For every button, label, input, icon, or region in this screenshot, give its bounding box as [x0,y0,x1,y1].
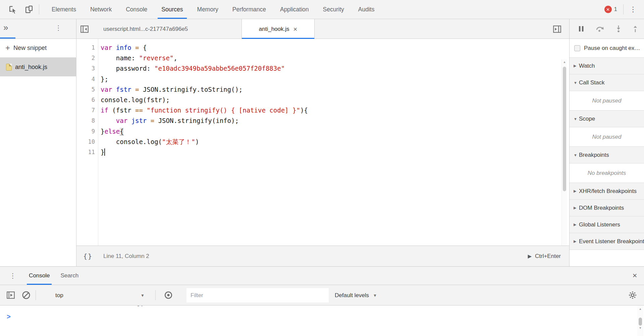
code-token: ) [195,138,199,145]
scrollbar-thumb[interactable] [639,318,642,326]
line-number[interactable]: 6 [76,95,95,105]
step-into-icon[interactable] [616,25,621,32]
toggle-navigator-icon[interactable] [80,24,89,34]
section-label: Call Stack [579,79,605,86]
section-label: DOM Breakpoints [579,205,624,211]
chevron-down-icon: ▼ [373,293,377,298]
code-line[interactable]: if (fstr == "function stringify() { [nat… [101,105,559,116]
line-number[interactable]: 2 [76,53,95,63]
close-tab-icon[interactable]: × [293,26,298,32]
section-header-scope[interactable]: ▼Scope [570,111,644,127]
top-tab-audits[interactable]: Audits [351,0,382,19]
top-tab-label: Audits [358,6,375,13]
console-drawer: ⋮ ConsoleSearch ✕ top ▼ [0,266,644,336]
top-tab-label: Network [90,6,112,13]
snippet-list-item[interactable]: anti_hook.js [0,58,76,76]
pause-script-icon[interactable] [578,25,584,32]
line-number[interactable]: 3 [76,63,95,74]
code-line[interactable]: } [101,147,559,157]
drawer-menu-icon[interactable]: ⋮ [0,272,23,280]
section-header-xhr-fetch-breakpoints[interactable]: ▶XHR/fetch Breakpoints [570,183,644,200]
top-tab-network[interactable]: Network [83,0,119,19]
log-levels-selector[interactable]: Default levels ▼ [335,285,377,306]
code-content[interactable]: var info = { name: "reverse", password: … [101,43,559,157]
scroll-down-icon[interactable]: ▼ [637,326,643,330]
console-filter-input[interactable] [186,288,329,303]
code-line[interactable]: password: "e10adc3949ba59abbe56e057f20f8… [101,63,559,74]
show-console-sidebar-icon[interactable] [6,290,15,300]
line-number[interactable]: 4 [76,74,95,84]
scroll-up-icon[interactable]: ▲ [637,307,643,311]
code-line[interactable]: }; [101,74,559,84]
device-toolbar-icon[interactable] [24,4,34,14]
editor-status-bar: {} Line 11, Column 2 ▶ Ctrl+Enter [76,246,569,266]
inspect-element-icon[interactable] [8,4,18,14]
code-line[interactable]: console.log(fstr); [101,95,559,105]
step-over-icon[interactable] [596,25,604,32]
top-tab-security[interactable]: Security [316,0,351,19]
live-expression-eye-icon[interactable] [164,290,173,300]
section-header-event-listener-breakpoints[interactable]: ▶Event Listener Breakpoints [570,233,644,250]
context-value: top [55,292,63,299]
devtools-menu-icon[interactable]: ⋮ [626,5,641,13]
code-token: = [151,117,154,124]
top-tab-console[interactable]: Console [119,0,154,19]
section-header-global-listeners[interactable]: ▶Global Listeners [570,216,644,233]
line-number-gutter[interactable]: 1234567891011 [76,43,95,157]
pause-on-caught-row[interactable]: Pause on caught exceptions [570,39,644,58]
close-drawer-icon[interactable]: ✕ [626,272,644,279]
section-label: XHR/fetch Breakpoints [579,188,637,195]
section-header-call-stack[interactable]: ▼Call Stack [570,74,644,91]
line-number[interactable]: 5 [76,84,95,95]
editor-tab-anti-hook[interactable]: anti_hook.js× [241,19,315,39]
step-out-icon[interactable] [633,25,637,32]
console-scrollbar[interactable]: ▲ ▼ [637,306,643,336]
line-number[interactable]: 11 [76,147,95,157]
pause-on-caught-checkbox[interactable] [574,45,580,51]
top-tab-memory[interactable]: Memory [190,0,225,19]
editor-scrollbar[interactable]: ▲ ▼ [561,59,567,246]
section-header-watch[interactable]: ▶Watch [570,58,644,74]
run-snippet-hint[interactable]: ▶ Ctrl+Enter [528,253,561,260]
code-token: ){ [300,107,308,114]
code-line[interactable]: var info = { [101,43,559,53]
scrollbar-thumb[interactable] [563,67,566,191]
console-messages[interactable]: g y > ▲ ▼ [0,306,644,336]
section-empty-text: No breakpoints [570,163,644,183]
error-badge-icon[interactable]: ✕ [604,6,612,13]
pretty-print-icon[interactable]: {} [83,252,93,260]
top-tab-elements[interactable]: Elements [45,0,83,19]
top-tab-application[interactable]: Application [273,0,316,19]
drawer-tab-console[interactable]: Console [23,267,55,285]
line-number[interactable]: 8 [76,116,95,126]
line-number[interactable]: 7 [76,105,95,116]
code-line[interactable]: }else{ [101,126,559,137]
section-header-dom-breakpoints[interactable]: ▶DOM Breakpoints [570,200,644,216]
editor-pane: userscript.html...c-217747a696e5 anti_ho… [76,19,570,266]
code-editor[interactable]: 1234567891011 var info = { name: "revers… [76,39,569,246]
top-tab-performance[interactable]: Performance [225,0,273,19]
navigator-more-menu-icon[interactable]: ⋮ [55,24,62,32]
top-tab-sources[interactable]: Sources [154,0,190,19]
code-line[interactable]: var fstr = JSON.stringify.toString(); [101,84,559,95]
code-line[interactable]: console.log("太菜了！") [101,137,559,147]
console-settings-gear-icon[interactable] [628,290,637,300]
toolbar-divider [36,290,36,300]
code-token [101,117,116,124]
code-line[interactable]: var jstr = JSON.stringify(info); [101,116,559,126]
navigator-overflow-tabs-icon[interactable]: » [3,22,8,33]
scroll-up-icon[interactable]: ▲ [562,60,567,64]
javascript-context-selector[interactable]: top ▼ [40,285,149,306]
new-snippet-button[interactable]: + New snippet [0,39,76,58]
toggle-debugger-sidebar-icon[interactable] [552,24,562,34]
editor-tab-userscript[interactable]: userscript.html...c-217747a696e5 [97,19,194,39]
line-number[interactable]: 9 [76,126,95,137]
text-cursor [104,148,105,156]
line-number[interactable]: 1 [76,43,95,53]
clear-console-icon[interactable] [21,290,31,300]
drawer-tab-search[interactable]: Search [55,267,84,285]
section-header-breakpoints[interactable]: ▼Breakpoints [570,147,644,163]
line-number[interactable]: 10 [76,137,95,147]
run-shortcut-label: Ctrl+Enter [535,253,561,260]
code-line[interactable]: name: "reverse", [101,53,559,63]
